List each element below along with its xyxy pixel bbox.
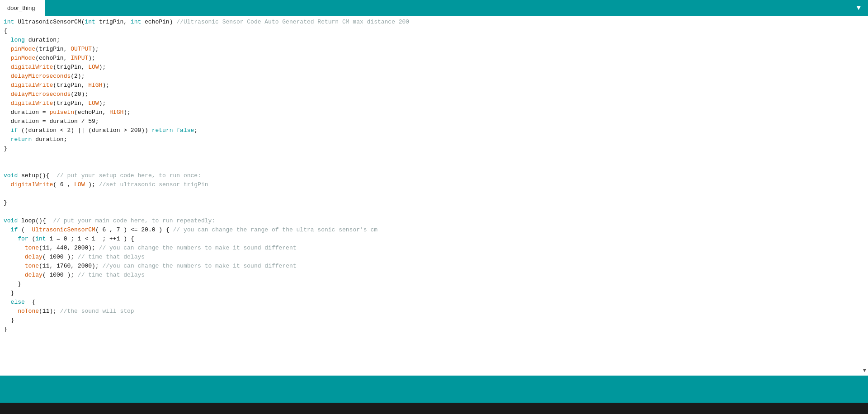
code-line: [0, 189, 868, 198]
code-line: }: [0, 316, 868, 325]
code-line: duration = pulseIn(echoPin, HIGH);: [0, 108, 868, 117]
code-line: for (int i = 0 ; i < 1 ; ++i ) {: [0, 235, 868, 244]
file-tab[interactable]: door_thing: [0, 0, 45, 16]
code-line: delay( 1000 ); // time that delays: [0, 271, 868, 280]
code-line: pinMode(echoPin, INPUT);: [0, 54, 868, 63]
code-line: [0, 207, 868, 216]
scroll-down-arrow-icon: ▼: [863, 367, 866, 374]
code-line: {: [0, 27, 868, 36]
code-line: duration = duration / 59;: [0, 117, 868, 126]
code-line: void loop(){ // put your main code here,…: [0, 216, 868, 226]
top-bar-right: ▼: [853, 0, 868, 16]
code-line: digitalWrite( 6 , LOW ); //set ultrasoni…: [0, 180, 868, 189]
code-line: if ((duration < 2) || (duration > 200)) …: [0, 126, 868, 135]
code-line: pinMode(trigPin, OUTPUT);: [0, 45, 868, 54]
code-line: }: [0, 289, 868, 298]
code-line: if ( UltrasonicSensorCM( 6 , 7 ) <= 20.0…: [0, 226, 868, 235]
code-line: else {: [0, 298, 868, 307]
code-line: [0, 153, 868, 162]
code-line: tone(11, 440, 2000); // you can change t…: [0, 244, 868, 253]
code-line: return duration;: [0, 135, 868, 144]
code-line: }: [0, 325, 868, 334]
code-line: delayMicroseconds(20);: [0, 90, 868, 99]
code-line: }: [0, 280, 868, 289]
code-editor[interactable]: int UltrasonicSensorCM(int trigPin, int …: [0, 16, 868, 376]
code-line: delayMicroseconds(2);: [0, 72, 868, 81]
code-line: tone(11, 1760, 2000); //you can change t…: [0, 262, 868, 271]
code-line: digitalWrite(trigPin, LOW);: [0, 99, 868, 108]
bottom-black-bar: [0, 403, 868, 414]
code-line: delay( 1000 ); // time that delays: [0, 253, 868, 262]
code-line: }: [0, 198, 868, 207]
top-bar: door_thing ▼: [0, 0, 868, 16]
editor-wrapper: int UltrasonicSensorCM(int trigPin, int …: [0, 16, 868, 376]
dropdown-arrow-icon[interactable]: ▼: [853, 2, 864, 14]
code-line: noTone(11); //the sound will stop: [0, 307, 868, 316]
code-line: }: [0, 144, 868, 153]
bottom-teal-bar: [0, 376, 868, 403]
code-line: int UltrasonicSensorCM(int trigPin, int …: [0, 18, 868, 27]
code-line: long duration;: [0, 36, 868, 45]
code-line: void setup(){ // put your setup code her…: [0, 171, 868, 180]
tab-label: door_thing: [7, 5, 35, 11]
code-line: digitalWrite(trigPin, LOW);: [0, 63, 868, 72]
code-line: digitalWrite(trigPin, HIGH);: [0, 81, 868, 90]
code-line: [0, 162, 868, 171]
